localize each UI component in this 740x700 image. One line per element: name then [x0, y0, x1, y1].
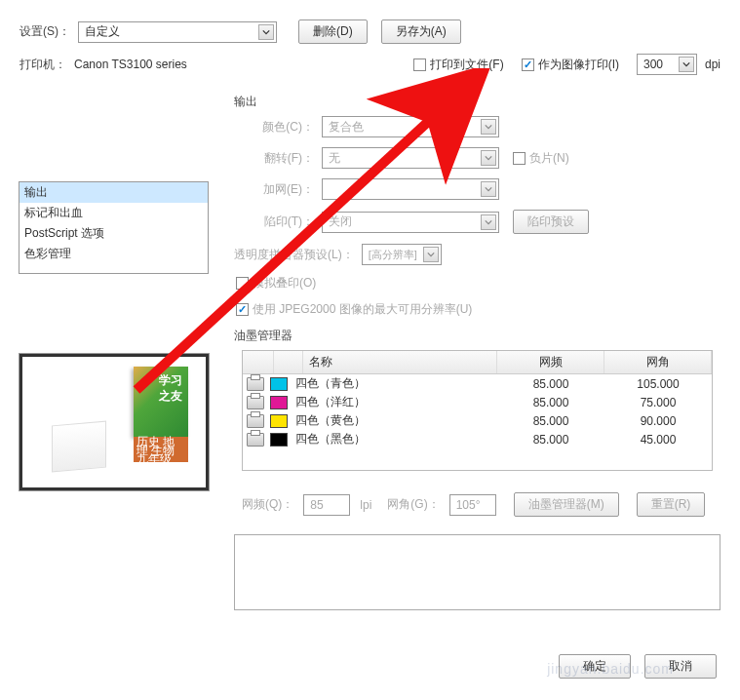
ink-name: 四色（洋红） [295, 394, 497, 410]
freq-label: 网频(Q)： [242, 496, 293, 513]
output-section-title: 输出 [234, 94, 721, 110]
color-swatch [270, 414, 288, 428]
save-as-button[interactable]: 另存为(A) [381, 19, 461, 44]
trap-value: 关闭 [329, 214, 352, 230]
section-list[interactable]: 输出 标记和出血 PostScript 选项 色彩管理 [19, 181, 209, 274]
screen-label: 加网(E)： [234, 181, 314, 198]
ink-name: 四色（黄色） [295, 412, 497, 429]
chevron-down-icon [481, 181, 496, 197]
ink-table: 名称 网频 网角 四色（青色）85.000105.000四色（洋红）85.000… [242, 350, 713, 471]
ink-freq: 85.000 [497, 433, 604, 447]
trap-label: 陷印(T)： [234, 214, 314, 230]
lpi-label: lpi [360, 498, 371, 512]
settings-value: 自定义 [85, 23, 120, 40]
screen-combo[interactable] [322, 178, 499, 200]
ink-angle: 75.000 [604, 396, 712, 409]
list-item[interactable]: 色彩管理 [19, 244, 208, 264]
color-swatch [270, 433, 288, 447]
cancel-button[interactable]: 取消 [644, 654, 717, 679]
jpeg2000-checkbox[interactable] [236, 303, 249, 316]
chevron-down-icon [481, 214, 496, 230]
jpeg2000-label: 使用 JPEG2000 图像的最大可用分辨率(U) [253, 301, 472, 318]
color-combo[interactable]: 复合色 [322, 116, 499, 137]
printer-icon [247, 414, 264, 428]
chevron-down-icon [258, 24, 274, 40]
ink-angle: 105.000 [604, 377, 712, 391]
transparency-combo[interactable]: [高分辨率] [362, 244, 442, 265]
ink-name: 四色（青色） [295, 375, 497, 392]
col-header-name: 名称 [303, 351, 497, 373]
trap-preset-button[interactable]: 陷印预设 [513, 210, 589, 234]
preview-book-title: 学习 之友 [159, 372, 182, 404]
negative-checkbox[interactable] [513, 152, 526, 165]
settings-combo[interactable]: 自定义 [78, 21, 277, 43]
ink-angle: 45.000 [604, 433, 712, 447]
col-header-freq: 网频 [497, 351, 604, 373]
ink-name: 四色（黑色） [295, 431, 497, 447]
freq-input[interactable]: 85 [303, 494, 350, 516]
ink-freq: 85.000 [497, 396, 604, 409]
table-row[interactable]: 四色（洋红）85.00075.000 [243, 393, 712, 411]
flip-combo[interactable]: 无 [322, 147, 499, 169]
printer-name: Canon TS3100 series [74, 58, 187, 71]
ink-manager-title: 油墨管理器 [234, 328, 721, 344]
ink-freq: 85.000 [497, 377, 604, 391]
trap-combo[interactable]: 关闭 [322, 212, 499, 233]
chevron-down-icon [481, 119, 496, 135]
notes-box[interactable] [234, 534, 721, 610]
color-swatch [270, 377, 288, 391]
reset-button[interactable]: 重置(R) [637, 492, 706, 517]
list-item[interactable]: 标记和出血 [19, 203, 208, 223]
flip-label: 翻转(F)： [234, 150, 314, 167]
print-as-image-checkbox[interactable] [522, 58, 534, 71]
ink-freq: 85.000 [497, 414, 604, 428]
printer-icon [247, 377, 264, 391]
chevron-down-icon [679, 57, 694, 72]
preview-book-strip: 历史 地理 生物 九年级(全一册) [134, 437, 188, 462]
printer-icon [247, 396, 264, 409]
print-to-file-label: 打印到文件(F) [430, 57, 503, 73]
print-to-file-checkbox[interactable] [413, 58, 426, 71]
chevron-down-icon [481, 150, 496, 166]
ok-button[interactable]: 确定 [559, 654, 631, 679]
page-preview: 学习 之友 历史 地理 生物 九年级(全一册) [19, 353, 210, 491]
angle-input[interactable]: 105° [449, 494, 496, 516]
color-swatch [270, 396, 288, 409]
color-label: 颜色(C)： [234, 119, 314, 136]
list-item[interactable]: 输出 [19, 182, 208, 203]
printer-label: 打印机： [19, 57, 66, 73]
chevron-down-icon [423, 247, 439, 262]
preview-box-shape [52, 421, 106, 473]
ink-manager-button[interactable]: 油墨管理器(M) [514, 492, 619, 517]
color-value: 复合色 [329, 119, 364, 136]
table-row[interactable]: 四色（黑色）85.00045.000 [243, 430, 712, 448]
flip-value: 无 [329, 150, 340, 167]
table-row[interactable]: 四色（青色）85.000105.000 [243, 374, 712, 393]
print-as-image-label: 作为图像打印(I) [538, 57, 619, 73]
printer-icon [247, 433, 264, 447]
delete-button[interactable]: 删除(D) [298, 19, 368, 44]
list-item[interactable]: PostScript 选项 [19, 223, 208, 244]
settings-label: 设置(S)： [19, 23, 70, 40]
preview-book-cover: 学习 之友 [134, 367, 188, 437]
col-header-angle: 网角 [604, 351, 712, 373]
dpi-value: 300 [643, 58, 663, 71]
negative-label: 负片(N) [529, 150, 569, 167]
transparency-label: 透明度拼合器预设(L)： [234, 247, 354, 263]
transparency-value: [高分辨率] [369, 248, 417, 262]
simulate-overprint-label: 模拟叠印(O) [253, 275, 316, 292]
ink-angle: 90.000 [604, 414, 712, 428]
dpi-combo[interactable]: 300 [637, 54, 697, 75]
simulate-overprint-checkbox[interactable] [236, 277, 249, 290]
table-row[interactable]: 四色（黄色）85.00090.000 [243, 411, 712, 430]
dpi-unit: dpi [705, 58, 721, 71]
angle-label: 网角(G)： [387, 496, 439, 513]
